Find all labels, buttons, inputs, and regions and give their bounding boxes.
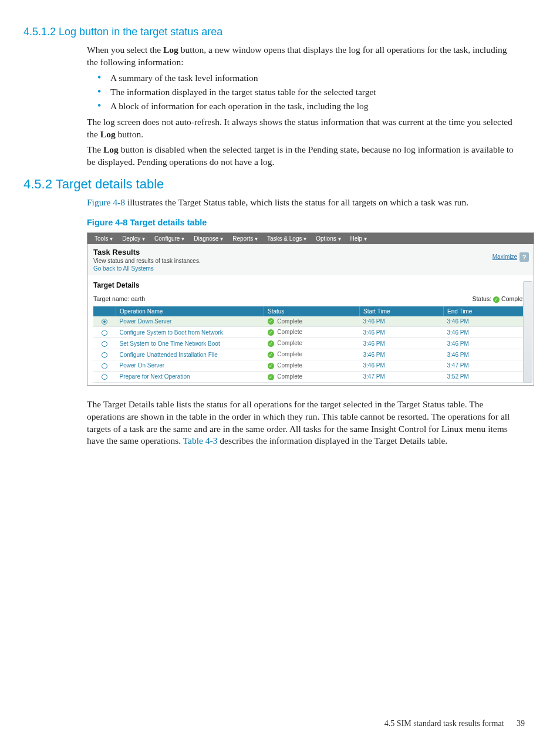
p3a: The [87, 144, 103, 154]
start-time-cell: 3:46 PM [360, 360, 444, 371]
table-row[interactable]: Configure System to Boot from Network✓ C… [93, 327, 528, 338]
overall-status: Status: ✓Complete [472, 295, 528, 303]
operation-name-cell: Set System to One Time Network Boot [116, 338, 264, 349]
operation-name-cell: Power On Server [116, 360, 264, 371]
row-select-icon[interactable] [93, 349, 116, 360]
row-select-icon[interactable] [93, 316, 116, 327]
start-time-cell: 3:46 PM [360, 338, 444, 349]
menu-diagnose[interactable]: Diagnose ▾ [189, 234, 228, 243]
operation-name-cell: Configure System to Boot from Network [116, 327, 264, 338]
end-time-cell: 3:46 PM [444, 349, 528, 360]
check-icon: ✓ [268, 329, 274, 336]
table-row[interactable]: Configure Unattended Installation File✓ … [93, 349, 528, 360]
status-cell: ✓ Complete [264, 360, 360, 371]
menu-help[interactable]: Help ▾ [346, 234, 372, 243]
status-cell: ✓ Complete [264, 316, 360, 327]
row-select-icon[interactable] [93, 338, 116, 349]
end-time-cell: 3:47 PM [444, 360, 528, 371]
col-operation[interactable]: Operation Name [116, 306, 264, 316]
log-word-3: Log [103, 144, 119, 154]
p2b: button. [116, 129, 143, 139]
radio-unselected-icon[interactable] [102, 341, 107, 347]
status-label: Status: [472, 295, 493, 302]
menu-configure[interactable]: Configure ▾ [150, 234, 189, 243]
menu-tools[interactable]: Tools ▾ [90, 234, 117, 243]
p3b: button is disabled when the selected tar… [87, 144, 514, 167]
radio-unselected-icon[interactable] [102, 330, 107, 336]
col-start[interactable]: Start Time [360, 306, 444, 316]
target-details-title: Target Details [93, 281, 528, 289]
row-select-icon[interactable] [93, 327, 116, 338]
table-row[interactable]: Prepare for Next Operation✓ Complete3:47… [93, 371, 528, 382]
col-select [93, 306, 116, 316]
maximize-link[interactable]: Maximize [492, 254, 517, 260]
radio-unselected-icon[interactable] [102, 363, 107, 369]
after-b: describes the information displayed in t… [217, 436, 447, 445]
page-footer: 4.5 SIM standard task results format 39 [384, 719, 525, 728]
task-results-subtitle: View status and results of task instance… [93, 258, 528, 264]
end-time-cell: 3:46 PM [444, 316, 528, 327]
tname-value: earth [131, 295, 145, 302]
body-after-figure: The Target Details table lists the statu… [87, 399, 520, 448]
menu-bar: Tools ▾ Deploy ▾ Configure ▾ Diagnose ▾ … [87, 233, 534, 244]
para-4512-1: When you select the Log button, a new wi… [87, 44, 520, 69]
row-select-icon[interactable] [93, 371, 116, 382]
target-details-table: Operation Name Status Start Time End Tim… [93, 306, 528, 383]
end-time-cell: 3:46 PM [444, 338, 528, 349]
tname-label: Target name: [93, 295, 131, 302]
check-icon: ✓ [268, 318, 274, 325]
task-header: Task Results View status and results of … [87, 244, 534, 275]
log-word-1: Log [163, 45, 178, 55]
footer-text: 4.5 SIM standard task results format [384, 719, 504, 728]
status-cell: ✓ Complete [264, 327, 360, 338]
start-time-cell: 3:46 PM [360, 316, 444, 327]
col-status[interactable]: Status [264, 306, 360, 316]
bullet-list-4512: A summary of the task level information … [87, 72, 520, 113]
menu-reports[interactable]: Reports ▾ [228, 234, 262, 243]
table-row[interactable]: Set System to One Time Network Boot✓ Com… [93, 338, 528, 349]
radio-selected-icon[interactable] [102, 319, 107, 325]
check-icon: ✓ [268, 363, 274, 369]
menu-tasks[interactable]: Tasks & Logs ▾ [262, 234, 311, 243]
page-number: 39 [517, 719, 525, 728]
start-time-cell: 3:47 PM [360, 371, 444, 382]
p452rest: illustrates the Target Status table, whi… [125, 197, 468, 207]
end-time-cell: 3:46 PM [444, 327, 528, 338]
bullet-2: The information displayed in the target … [95, 86, 520, 99]
col-end[interactable]: End Time [444, 306, 528, 316]
menu-deploy[interactable]: Deploy ▾ [117, 234, 150, 243]
body-4512: When you select the Log button, a new wi… [87, 44, 520, 168]
body-452: Figure 4-8 illustrates the Target Status… [87, 197, 520, 228]
help-icon[interactable]: ? [519, 252, 529, 262]
figure-caption: Figure 4-8 Target details table [87, 217, 520, 229]
menu-options[interactable]: Options ▾ [311, 234, 345, 243]
table-row[interactable]: Power Down Server✓ Complete3:46 PM3:46 P… [93, 316, 528, 327]
status-cell: ✓ Complete [264, 371, 360, 382]
end-time-cell: 3:52 PM [444, 371, 528, 382]
row-select-icon[interactable] [93, 360, 116, 371]
para-452-1: Figure 4-8 illustrates the Target Status… [87, 197, 520, 209]
start-time-cell: 3:46 PM [360, 327, 444, 338]
fig-4-8-link[interactable]: Figure 4-8 [87, 197, 125, 207]
p2a: The log screen does not auto-refresh. It… [87, 117, 512, 139]
bullet-1: A summary of the task level information [95, 72, 520, 85]
task-results-title: Task Results [93, 248, 528, 256]
radio-unselected-icon[interactable] [102, 352, 107, 358]
scrollbar[interactable] [523, 281, 532, 383]
operation-name-cell: Power Down Server [116, 316, 264, 327]
radio-unselected-icon[interactable] [102, 374, 107, 380]
heading-4-5-2: 4.5.2 Target details table [23, 177, 525, 192]
start-time-cell: 3:46 PM [360, 349, 444, 360]
check-icon: ✓ [268, 352, 274, 358]
check-icon: ✓ [268, 340, 274, 347]
go-back-link[interactable]: Go back to All Systems [93, 265, 528, 272]
figure-4-8-screenshot: Tools ▾ Deploy ▾ Configure ▾ Diagnose ▾ … [87, 232, 534, 386]
table-4-3-link[interactable]: Table 4-3 [183, 436, 218, 445]
target-name: Target name: earth [93, 295, 145, 303]
check-icon: ✓ [268, 374, 274, 380]
para-4512-3: The Log button is disabled when the sele… [87, 144, 520, 168]
table-row[interactable]: Power On Server✓ Complete3:46 PM3:47 PM [93, 360, 528, 371]
heading-4-5-1-2: 4.5.1.2 Log button in the target status … [23, 26, 525, 38]
bullet-3: A block of information for each operatio… [95, 100, 520, 113]
operation-name-cell: Configure Unattended Installation File [116, 349, 264, 360]
